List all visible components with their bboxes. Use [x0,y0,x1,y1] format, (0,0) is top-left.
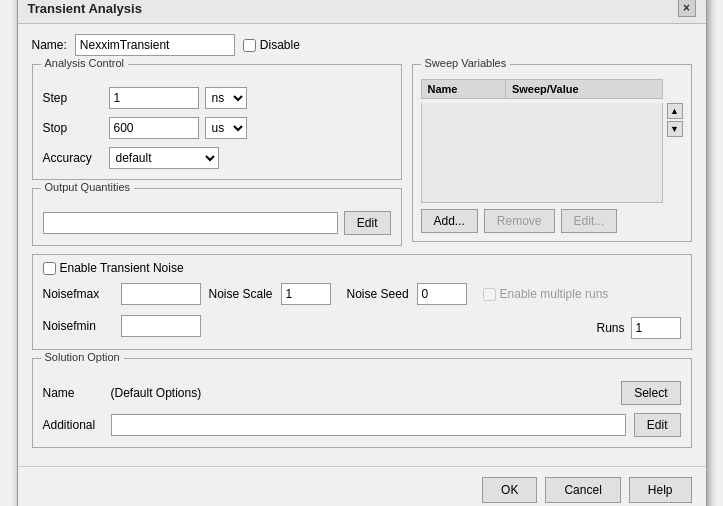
step-unit-select[interactable]: ns us ms s [205,87,247,109]
solution-name-label: Name [43,386,103,400]
output-quantities-title: Output Quantities [41,181,135,193]
solution-name-row: Name (Default Options) Select [43,381,681,405]
cancel-button[interactable]: Cancel [545,477,620,503]
sweep-table: Name Sweep/Value [421,79,663,99]
solution-name-value: (Default Options) [111,386,202,400]
sweep-table-wrapper: Name Sweep/Value [421,79,663,203]
title-bar: Transient Analysis × [18,0,706,24]
add-button[interactable]: Add... [421,209,478,233]
left-panel: Analysis Control Step ns us ms s Stop [32,64,402,246]
sweep-variables-group: Sweep Variables Name Sweep/Value [412,64,692,242]
edit-sweep-button[interactable]: Edit... [561,209,618,233]
noise-section: Enable Transient Noise Noisefmax Noise S… [32,254,692,350]
step-input[interactable] [109,87,199,109]
enable-multiple-group: Enable multiple runs [483,287,609,301]
noisefmin-input[interactable] [121,315,201,337]
output-edit-button[interactable]: Edit [344,211,391,235]
disable-checkbox[interactable] [243,39,256,52]
step-label: Step [43,91,103,105]
step-row: Step ns us ms s [43,87,391,109]
accuracy-label: Accuracy [43,151,103,165]
output-input[interactable] [43,212,338,234]
solution-option-title: Solution Option [41,351,124,363]
noisefmax-label: Noisefmax [43,287,113,301]
noisefmin-label: Noisefmin [43,319,113,333]
additional-label: Additional [43,418,103,432]
analysis-control-title: Analysis Control [41,57,128,69]
col-sweep-header: Sweep/Value [505,80,662,99]
accuracy-select[interactable]: default low medium high [109,147,219,169]
noisefmax-input[interactable] [121,283,201,305]
select-button[interactable]: Select [621,381,680,405]
noisescale-label: Noise Scale [209,287,273,301]
solution-additional-row: Additional Edit [43,413,681,437]
name-row: Name: Disable [32,34,692,56]
stop-unit-select[interactable]: ns us ms s [205,117,247,139]
noise-row2: Noisefmin Runs [43,313,681,339]
disable-group: Disable [243,38,300,52]
solution-edit-button[interactable]: Edit [634,413,681,437]
enable-noise-row: Enable Transient Noise [43,261,681,275]
name-input[interactable] [75,34,235,56]
dialog-content: Name: Disable Analysis Control Step ns [18,24,706,458]
dialog-title: Transient Analysis [28,1,142,16]
main-area: Analysis Control Step ns us ms s Stop [32,64,692,246]
remove-button[interactable]: Remove [484,209,555,233]
enable-multiple-label: Enable multiple runs [500,287,609,301]
output-quantities-group: Output Quantities Edit [32,188,402,246]
stop-input[interactable] [109,117,199,139]
col-name-header: Name [421,80,505,99]
analysis-control-group: Analysis Control Step ns us ms s Stop [32,64,402,180]
noiseseed-input[interactable] [417,283,467,305]
noiseseed-label: Noise Seed [347,287,409,301]
scroll-up-button[interactable]: ▲ [667,103,683,119]
enable-noise-label: Enable Transient Noise [60,261,184,275]
help-button[interactable]: Help [629,477,692,503]
enable-multiple-checkbox[interactable] [483,288,496,301]
sweep-table-body [421,103,663,203]
runs-row: Runs [209,317,681,339]
right-panel: Sweep Variables Name Sweep/Value [412,64,692,246]
footer-buttons: OK Cancel Help [18,466,706,506]
scroll-down-button[interactable]: ▼ [667,121,683,137]
runs-label: Runs [596,321,624,335]
sweep-table-container: Name Sweep/Value ▲ ▼ [421,79,683,203]
stop-row: Stop ns us ms s [43,117,391,139]
transient-analysis-dialog: Transient Analysis × Name: Disable Analy… [17,0,707,506]
stop-label: Stop [43,121,103,135]
output-row: Edit [43,211,391,235]
solution-option-section: Solution Option Name (Default Options) S… [32,358,692,448]
disable-label: Disable [260,38,300,52]
name-label: Name: [32,38,67,52]
sweep-scrollbar: ▲ ▼ [667,79,683,203]
sweep-variables-title: Sweep Variables [421,57,511,69]
accuracy-row: Accuracy default low medium high [43,147,391,169]
ok-button[interactable]: OK [482,477,537,503]
additional-input[interactable] [111,414,626,436]
noise-row1: Noisefmax Noise Scale Noise Seed Enable … [43,283,681,305]
close-button[interactable]: × [678,0,696,17]
sweep-buttons: Add... Remove Edit... [421,209,683,233]
enable-noise-checkbox[interactable] [43,262,56,275]
noisescale-input[interactable] [281,283,331,305]
runs-input[interactable] [631,317,681,339]
